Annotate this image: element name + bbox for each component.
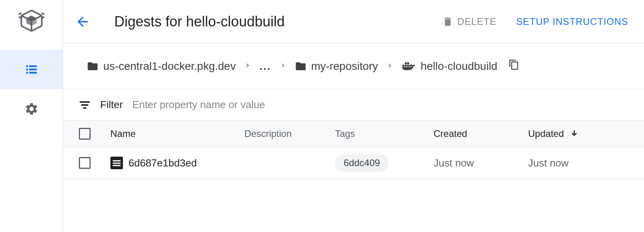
filter-icon[interactable] — [79, 99, 91, 111]
breadcrumb-label: us-central1-docker.pkg.dev — [103, 60, 236, 73]
digest-icon — [110, 157, 123, 169]
breadcrumb: us-central1-docker.pkg.dev ... my-reposi… — [63, 43, 644, 89]
svg-rect-2 — [26, 69, 28, 71]
column-description[interactable]: Description — [244, 128, 335, 139]
chevron-right-icon — [279, 61, 287, 72]
gear-icon — [24, 102, 39, 116]
svg-rect-1 — [29, 65, 37, 67]
breadcrumb-label: hello-cloudbuild — [421, 60, 497, 73]
docker-icon — [402, 61, 416, 72]
setup-instructions-button[interactable]: SETUP INSTRUCTIONS — [516, 16, 628, 27]
folder-icon — [87, 60, 99, 72]
arrow-left-icon — [75, 14, 91, 30]
copy-icon — [508, 59, 519, 70]
filter-input[interactable] — [132, 99, 628, 111]
svg-rect-4 — [26, 72, 28, 74]
table-row[interactable]: 6d687e1bd3ed 6ddc409 Just now Just now — [63, 147, 644, 179]
filter-bar: Filter — [63, 89, 644, 121]
breadcrumb-image[interactable]: hello-cloudbuild — [402, 60, 497, 73]
column-name[interactable]: Name — [110, 128, 244, 139]
chevron-right-icon — [244, 61, 251, 72]
table-header: Name Description Tags Created Updated — [63, 121, 644, 147]
filter-label: Filter — [100, 99, 123, 111]
column-updated[interactable]: Updated — [528, 128, 628, 139]
svg-rect-0 — [26, 65, 28, 67]
column-created[interactable]: Created — [434, 128, 528, 139]
svg-rect-9 — [409, 65, 411, 67]
back-button[interactable] — [75, 14, 91, 30]
delete-label: DELETE — [457, 16, 496, 27]
breadcrumb-registry[interactable]: us-central1-docker.pkg.dev — [87, 60, 236, 73]
svg-rect-10 — [405, 62, 407, 64]
list-icon — [24, 62, 39, 77]
sidebar — [0, 0, 63, 232]
arrow-down-icon — [570, 129, 579, 138]
row-checkbox[interactable] — [79, 157, 91, 169]
svg-rect-11 — [407, 62, 409, 64]
artifact-registry-logo[interactable] — [16, 8, 47, 39]
folder-icon — [295, 60, 307, 72]
digest-name[interactable]: 6d687e1bd3ed — [128, 157, 197, 169]
row-updated: Just now — [528, 157, 628, 169]
select-all-checkbox[interactable] — [79, 128, 91, 140]
chevron-right-icon — [386, 61, 394, 72]
svg-rect-3 — [29, 69, 37, 71]
svg-rect-6 — [402, 65, 404, 67]
header: Digests for hello-cloudbuild DELETE SETU… — [63, 0, 644, 43]
column-tags[interactable]: Tags — [335, 128, 434, 139]
breadcrumb-repository[interactable]: my-repository — [295, 60, 378, 73]
breadcrumb-collapsed[interactable]: ... — [259, 60, 271, 73]
breadcrumb-label: my-repository — [311, 60, 378, 73]
svg-rect-5 — [29, 72, 37, 74]
svg-rect-7 — [405, 65, 407, 67]
main-content: Digests for hello-cloudbuild DELETE SETU… — [63, 0, 644, 232]
tag-chip[interactable]: 6ddc409 — [335, 154, 389, 172]
trash-icon — [442, 16, 453, 27]
svg-rect-8 — [407, 65, 409, 67]
page-title: Digests for hello-cloudbuild — [114, 13, 442, 30]
delete-button[interactable]: DELETE — [442, 16, 496, 27]
sidebar-item-repositories[interactable] — [0, 50, 63, 89]
copy-button[interactable] — [508, 59, 519, 73]
sidebar-item-settings[interactable] — [0, 89, 63, 129]
row-created: Just now — [434, 157, 528, 169]
